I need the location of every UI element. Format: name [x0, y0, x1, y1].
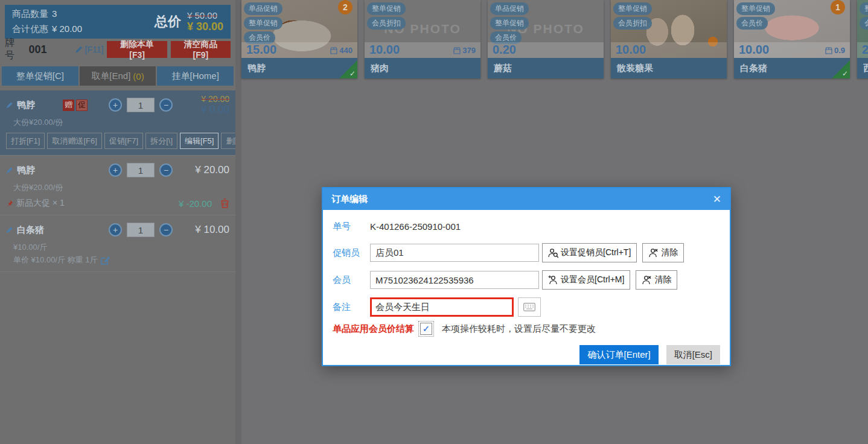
promo-badge: 会员折扣	[367, 17, 406, 30]
delete-order-button[interactable]: 删除本单[F3]	[107, 41, 167, 58]
item-spec: 大份¥20.00/份	[13, 117, 229, 128]
product-price: 10.00	[616, 43, 646, 57]
remove-promo-button[interactable]	[220, 198, 229, 208]
product-card[interactable]: NO PHOTO 单品促销 整单促销 会员价 0.20 蘑菇	[488, 0, 604, 78]
member-input[interactable]	[370, 271, 539, 289]
hold-order-button[interactable]: 挂单[Home]	[157, 66, 234, 86]
member-price-hint: 本项操作较耗时，设置后尽量不要更改	[442, 323, 596, 335]
decrease-qty-button[interactable]: −	[159, 163, 173, 177]
keyboard-icon	[523, 303, 535, 311]
product-photo: 整单促销 会员折扣 10.00	[611, 0, 727, 58]
item-name: 鸭脖	[17, 165, 35, 176]
quantity-input[interactable]	[127, 98, 155, 112]
item-price: ¥ 20.00	[181, 164, 229, 176]
cart-count-badge: 1	[831, 0, 845, 14]
table-tag-row: 牌号 001 [F11] 删除本单[F3] 清空商品[F9]	[5, 40, 231, 59]
discount-button[interactable]: 打折[F1]	[6, 133, 45, 149]
promo-badge: 会员价	[736, 17, 768, 30]
item-price: ¥ 0.00	[181, 104, 229, 116]
total-original-price: ¥ 50.00	[187, 10, 217, 21]
clear-items-button[interactable]: 清空商品[F9]	[171, 41, 231, 58]
promo-badge: 促	[76, 100, 88, 111]
promo-button[interactable]: 促销[F7]	[104, 133, 143, 149]
person-remove-icon	[642, 275, 652, 285]
promoter-label: 促销员	[333, 247, 370, 259]
item-spec: 大份¥20.00/份	[13, 182, 229, 193]
pencil-icon	[75, 46, 83, 54]
retrieve-count: (0)	[133, 71, 144, 81]
product-card[interactable]: 整单促销 会员价 2 西	[857, 0, 868, 78]
trash-icon	[220, 198, 229, 208]
quantity-input[interactable]	[127, 223, 155, 237]
total-price-label: 总价	[155, 13, 181, 31]
member-price-checkbox-label: 单品应用会员价结算	[333, 323, 414, 335]
stock-box-icon	[825, 47, 832, 54]
cart-item[interactable]: 鸭脖 赠 促 + − ¥ 20.00 ¥ 0.00 大份¥20.00/份 打折[…	[0, 90, 235, 156]
product-photo: NO PHOTO 单品促销 整单促销 会员价 0.20	[488, 0, 604, 58]
keyboard-button[interactable]	[518, 297, 541, 317]
product-name: 猪肉	[371, 63, 389, 74]
close-icon[interactable]: ✕	[713, 194, 721, 205]
cart-item[interactable]: 白条猪 + − ¥ 10.00 ¥10.00/斤 单价 ¥10.00/斤 称重 …	[0, 215, 235, 272]
item-original-price: ¥ 20.00	[181, 94, 229, 104]
product-card[interactable]: 单品促销 整单促销 会员价 2 15.00 440 鸭脖 ✓	[241, 0, 357, 78]
edit-weight-button[interactable]	[101, 256, 110, 265]
item-name: 鸭脖	[17, 100, 35, 111]
tag-number-label: 牌号	[5, 37, 23, 62]
stock-value: 0.9	[834, 46, 845, 55]
order-no-value: K-401266-250910-001	[370, 221, 461, 232]
cancel-gift-button[interactable]: 取消赠送[F6]	[47, 133, 101, 149]
increase-qty-button[interactable]: +	[109, 223, 122, 236]
product-photo: 单品促销 整单促销 会员价 2 15.00 440	[241, 0, 357, 58]
product-price: 15.00	[246, 43, 276, 57]
promo-badge: 整单促销	[367, 2, 406, 15]
discount-label: 合计优惠	[12, 24, 48, 34]
clear-member-button[interactable]: 清除	[636, 270, 677, 290]
promo-name: 新品大促 × 1	[16, 198, 65, 209]
confirm-order-button[interactable]: 确认订单[Enter]	[579, 345, 658, 364]
edit-button[interactable]: 编辑[F5]	[180, 133, 219, 149]
tag-number-value: 001	[29, 43, 47, 56]
increase-qty-button[interactable]: +	[109, 163, 122, 177]
cart-item[interactable]: 鸭脖 + − ¥ 20.00 大份¥20.00/份 新品大促 × 1 ¥ -20…	[0, 156, 235, 215]
promo-badge: 单品促销	[490, 2, 529, 15]
clear-promoter-button[interactable]: 清除	[642, 243, 684, 262]
product-card[interactable]: 整单促销 会员折扣 10.00 散装糖果	[611, 0, 727, 78]
promo-badge: 整单促销	[613, 2, 652, 15]
check-icon: ✓	[349, 69, 356, 78]
promo-badge: 整单促销	[860, 2, 868, 15]
retrieve-order-button[interactable]: 取单[End] (0)	[80, 66, 156, 86]
product-name: 西	[863, 63, 868, 74]
edit-tag-button[interactable]: [F11]	[75, 45, 104, 54]
split-button[interactable]: 拆分[\]	[145, 133, 177, 149]
product-card[interactable]: NO PHOTO 整单促销 会员折扣 10.00 379 猪肉	[365, 0, 480, 78]
product-card[interactable]: 整单促销 会员价 1 10.00 0.9 白条猪 ✓	[734, 0, 850, 78]
cart-panel: 商品数量3 合计优惠¥ 20.00 总价 ¥ 50.00 ¥ 30.00 牌号 …	[0, 0, 235, 444]
product-photo: 整单促销 会员价 1 10.00 0.9	[734, 0, 850, 58]
promo-badge: 单品促销	[244, 2, 282, 15]
promo-badge: 整单促销	[490, 17, 529, 30]
order-no-label: 单号	[333, 221, 370, 232]
product-name: 鸭脖	[247, 63, 266, 74]
item-count-value: 3	[52, 8, 57, 19]
product-price: 2	[862, 43, 868, 57]
product-photo: NO PHOTO 整单促销 会员折扣 10.00 379	[365, 0, 480, 58]
promoter-input[interactable]	[370, 244, 539, 262]
set-member-button[interactable]: 设置会员[Ctrl+M]	[542, 270, 630, 290]
edit-icon	[101, 256, 110, 265]
cancel-button[interactable]: 取消[Esc]	[666, 345, 720, 364]
item-spec: ¥10.00/斤	[13, 242, 229, 253]
product-price: 10.00	[739, 43, 769, 57]
whole-order-promo-button[interactable]: 整单促销[C]	[2, 66, 78, 86]
increase-qty-button[interactable]: +	[109, 98, 122, 112]
decrease-qty-button[interactable]: −	[159, 98, 173, 112]
remark-label: 备注	[333, 302, 370, 313]
item-name: 白条猪	[17, 224, 44, 236]
dialog-titlebar: 订单编辑 ✕	[323, 188, 730, 210]
remark-input[interactable]	[370, 297, 514, 317]
set-promoter-button[interactable]: 设置促销员[Ctrl+T]	[542, 243, 637, 262]
quantity-input[interactable]	[127, 163, 155, 177]
total-current-price: ¥ 30.00	[187, 21, 223, 33]
decrease-qty-button[interactable]: −	[159, 223, 173, 236]
member-price-checkbox[interactable]: ✓	[420, 323, 432, 335]
